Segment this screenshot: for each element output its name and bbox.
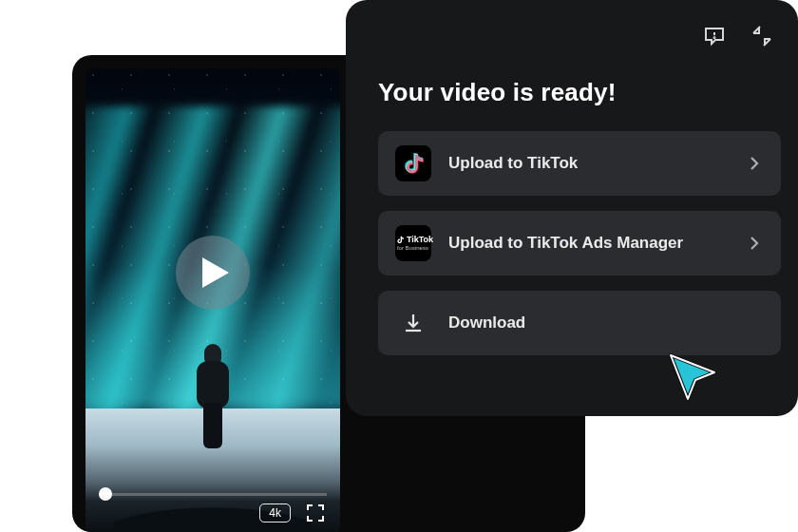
collapse-icon [750, 25, 773, 48]
fullscreen-icon [306, 504, 325, 522]
fullscreen-button[interactable] [306, 504, 325, 522]
minimize-button[interactable] [750, 25, 773, 51]
play-button[interactable] [176, 236, 250, 310]
tiktok-icon [395, 145, 431, 181]
chevron-right-icon [745, 234, 764, 253]
download-icon [402, 312, 425, 334]
export-dialog: Your video is ready! Upload to TikTok [346, 0, 798, 416]
video-progress-bar[interactable] [99, 493, 327, 496]
play-icon [200, 256, 231, 290]
svg-point-0 [714, 37, 715, 38]
option-label: Upload to TikTok [448, 154, 728, 173]
feedback-button[interactable] [703, 25, 726, 51]
dialog-title: Your video is ready! [378, 78, 617, 107]
option-label: Upload to TikTok Ads Manager [448, 234, 728, 253]
download-option[interactable]: Download [378, 291, 781, 355]
option-label: Download [448, 314, 764, 332]
export-options: Upload to TikTok TikTok for Business Upl… [378, 131, 781, 355]
upload-tiktok-ads-option[interactable]: TikTok for Business Upload to TikTok Ads… [378, 211, 781, 276]
tiktok-business-icon: TikTok for Business [395, 225, 431, 261]
upload-tiktok-option[interactable]: Upload to TikTok [378, 131, 781, 196]
feedback-icon [703, 25, 726, 48]
chevron-right-icon [745, 154, 764, 173]
video-thumbnail[interactable]: 4k [86, 68, 340, 532]
quality-badge[interactable]: 4k [259, 504, 291, 522]
video-bg-person [191, 344, 235, 448]
